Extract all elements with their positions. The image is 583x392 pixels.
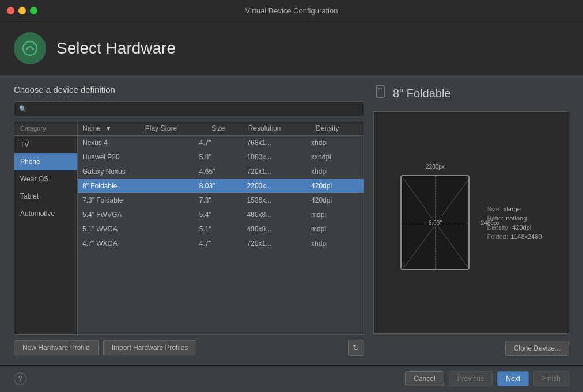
footer: ? Cancel Previous Next Finish bbox=[0, 365, 583, 392]
table-row[interactable]: Galaxy Nexus 4.65" 720x1... xhdpi bbox=[78, 165, 364, 179]
cell-density: 420dpi bbox=[306, 193, 364, 208]
app-icon bbox=[14, 32, 46, 64]
table-row[interactable]: 5.4" FWVGA 5.4" 480x8... mdpi bbox=[78, 208, 364, 222]
cell-playstore bbox=[177, 193, 194, 208]
new-hardware-profile-button[interactable]: New Hardware Profile bbox=[14, 340, 99, 355]
cell-density: mdpi bbox=[306, 222, 364, 237]
cell-resolution: 768x1... bbox=[243, 136, 307, 150]
category-sidebar: Category TV Phone Wear OS Tablet Automot… bbox=[14, 121, 78, 334]
device-table-body: Nexus 4 4.7" 768x1... xhdpi Huawei P20 5… bbox=[78, 136, 364, 251]
previous-button[interactable]: Previous bbox=[449, 371, 493, 386]
table-row[interactable]: 4.7" WXGA 4.7" 720x1... xhdpi bbox=[78, 237, 364, 251]
cell-playstore bbox=[177, 222, 194, 237]
preview-title: 8" Foldable bbox=[373, 85, 569, 102]
device-frame: 8.03" bbox=[400, 175, 470, 270]
device-table-wrapper: Name ▼ Play Store Size Resolution Densit… bbox=[78, 121, 364, 334]
table-row[interactable]: 7.3" Foldable 7.3" 1536x... 420dpi bbox=[78, 193, 364, 208]
device-preview-icon bbox=[373, 85, 387, 102]
cell-size: 5.4" bbox=[195, 208, 243, 222]
left-panel: Choose a device definition 🔍 Category TV… bbox=[14, 85, 364, 356]
table-row[interactable]: Nexus 4 4.7" 768x1... xhdpi bbox=[78, 136, 364, 150]
table-row[interactable]: 8" Foldable 8.03" 2200x... 420dpi bbox=[78, 179, 364, 193]
cell-size: 7.3" bbox=[195, 193, 243, 208]
finish-button[interactable]: Finish bbox=[533, 371, 569, 386]
main-container: Select Hardware Choose a device definiti… bbox=[0, 22, 583, 392]
sidebar-item-automotive[interactable]: Automotive bbox=[14, 205, 77, 222]
device-panel: Category TV Phone Wear OS Tablet Automot… bbox=[14, 121, 364, 335]
cancel-button[interactable]: Cancel bbox=[405, 371, 444, 386]
preview-area: 2200px 2480px bbox=[373, 111, 569, 334]
clone-btn-area: Clone Device... bbox=[373, 341, 569, 356]
col-resolution[interactable]: Resolution bbox=[244, 121, 312, 136]
cell-name: Nexus 4 bbox=[78, 136, 177, 150]
cell-size: 4.7" bbox=[195, 136, 243, 150]
sidebar-item-wearos[interactable]: Wear OS bbox=[14, 170, 77, 188]
col-playstore[interactable]: Play Store bbox=[141, 121, 207, 136]
minimize-button[interactable] bbox=[18, 7, 26, 14]
maximize-button[interactable] bbox=[30, 7, 37, 14]
clone-device-button[interactable]: Clone Device... bbox=[505, 341, 569, 356]
svg-line-3 bbox=[25, 43, 27, 45]
cell-resolution: 1080x... bbox=[243, 150, 307, 165]
table-scroll[interactable]: Nexus 4 4.7" 768x1... xhdpi Huawei P20 5… bbox=[78, 136, 364, 334]
svg-point-2 bbox=[31, 47, 33, 49]
svg-line-4 bbox=[33, 43, 35, 45]
cell-resolution: 1536x... bbox=[243, 193, 307, 208]
next-button[interactable]: Next bbox=[497, 371, 529, 386]
refresh-icon: ↻ bbox=[353, 343, 359, 352]
cell-resolution: 2200x... bbox=[243, 179, 307, 193]
right-panel: 8" Foldable 2200px 2480px bbox=[373, 85, 569, 356]
cell-playstore bbox=[177, 136, 194, 150]
cell-name: Galaxy Nexus bbox=[78, 165, 177, 179]
cell-name: 7.3" Foldable bbox=[78, 193, 177, 208]
sort-arrow: ▼ bbox=[105, 124, 112, 132]
svg-rect-5 bbox=[376, 86, 384, 97]
cell-size: 8.03" bbox=[195, 179, 243, 193]
cell-resolution: 720x1... bbox=[243, 165, 307, 179]
cell-resolution: 720x1... bbox=[243, 237, 307, 251]
close-button[interactable] bbox=[7, 7, 14, 14]
cell-size: 4.7" bbox=[195, 237, 243, 251]
sidebar-item-tv[interactable]: TV bbox=[14, 136, 77, 153]
col-density[interactable]: Density bbox=[311, 121, 364, 136]
window-controls bbox=[7, 7, 37, 14]
refresh-button[interactable]: ↻ bbox=[348, 340, 364, 356]
cell-playstore bbox=[177, 208, 194, 222]
search-icon: 🔍 bbox=[19, 105, 27, 113]
col-name[interactable]: Name ▼ bbox=[78, 121, 141, 136]
cell-density: xxhdpi bbox=[306, 150, 364, 165]
preview-device-name: 8" Foldable bbox=[393, 87, 451, 100]
page-title: Select Hardware bbox=[56, 39, 176, 58]
svg-point-1 bbox=[27, 47, 29, 49]
header: Select Hardware bbox=[0, 22, 583, 75]
search-box: 🔍 bbox=[14, 101, 364, 116]
search-input[interactable] bbox=[29, 105, 359, 113]
cell-size: 5.8" bbox=[195, 150, 243, 165]
cell-density: xhdpi bbox=[306, 165, 364, 179]
category-header: Category bbox=[14, 121, 77, 136]
cell-name: 8" Foldable bbox=[78, 179, 177, 193]
sidebar-item-tablet[interactable]: Tablet bbox=[14, 188, 77, 205]
col-size[interactable]: Size bbox=[207, 121, 244, 136]
spec-folded: Folded: 1148x2480 bbox=[487, 233, 542, 240]
table-row[interactable]: Huawei P20 5.8" 1080x... xxhdpi bbox=[78, 150, 364, 165]
cell-name: Huawei P20 bbox=[78, 150, 177, 165]
bottom-buttons: New Hardware Profile Import Hardware Pro… bbox=[14, 340, 364, 356]
android-icon bbox=[21, 39, 39, 58]
cell-resolution: 480x8... bbox=[243, 208, 307, 222]
cell-playstore bbox=[177, 237, 194, 251]
content-area: Choose a device definition 🔍 Category TV… bbox=[0, 75, 583, 365]
sidebar-item-phone[interactable]: Phone bbox=[14, 153, 77, 170]
cell-name: 4.7" WXGA bbox=[78, 237, 177, 251]
cell-size: 5.1" bbox=[195, 222, 243, 237]
cell-playstore bbox=[177, 179, 194, 193]
help-button[interactable]: ? bbox=[14, 372, 26, 385]
section-title: Choose a device definition bbox=[14, 85, 364, 94]
dim-top-label: 2200px bbox=[426, 163, 445, 170]
table-row[interactable]: 5.1" WVGA 5.1" 480x8... mdpi bbox=[78, 222, 364, 237]
import-hardware-profiles-button[interactable]: Import Hardware Profiles bbox=[103, 340, 197, 355]
dim-right-label: 2480px bbox=[481, 219, 500, 226]
cell-name: 5.4" FWVGA bbox=[78, 208, 177, 222]
cell-density: xhdpi bbox=[306, 136, 364, 150]
cell-resolution: 480x8... bbox=[243, 222, 307, 237]
